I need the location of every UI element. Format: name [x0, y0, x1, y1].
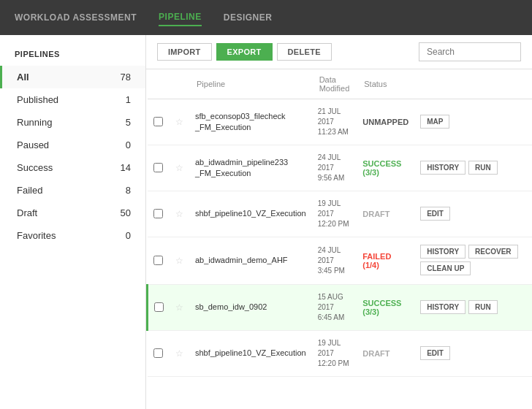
sidebar-label-published: Published	[17, 94, 58, 105]
sidebar-count-all: 78	[121, 72, 131, 83]
sidebar-item-favorites[interactable]: Favorites 0	[0, 224, 145, 247]
pipeline-name-3: ab_idwadmin_demo_AHF	[189, 237, 312, 285]
star-icon-5[interactable]: ☆	[175, 348, 183, 359]
sidebar-item-published[interactable]: Published 1	[0, 88, 145, 111]
col-pipeline: Pipeline	[189, 69, 312, 99]
action-recover-3[interactable]: RECOVER	[468, 245, 517, 259]
col-actions	[414, 69, 525, 99]
sidebar-label-running: Running	[17, 117, 52, 128]
row-checkbox-3[interactable]	[153, 256, 163, 265]
pipeline-actions-5: EDIT	[414, 331, 525, 377]
col-status: Status	[357, 69, 414, 99]
pipeline-date-3: 24 JUL 2017 3:45 PM	[312, 237, 357, 285]
pipeline-name-5: shbf_pipeline10_VZ_Execution	[189, 331, 312, 377]
pipeline-name-4: sb_demo_idw_0902	[189, 285, 312, 331]
top-nav: WORKLOAD ASSESSMENT PIPELINE DESIGNER	[0, 0, 532, 35]
export-button[interactable]: EXPORT	[216, 43, 273, 61]
pipeline-status-2: DRAFT	[357, 191, 414, 237]
toolbar: IMPORT EXPORT DELETE	[146, 35, 532, 69]
pipeline-date-0: 21 JUL 2017 11:23 AM	[312, 99, 357, 145]
sidebar-item-running[interactable]: Running 5	[0, 111, 145, 134]
sidebar-count-published: 1	[126, 94, 131, 105]
delete-button[interactable]: DELETE	[277, 43, 332, 61]
sidebar-count-success: 14	[121, 162, 131, 173]
pipeline-status-1: SUCCESS (3/3)	[357, 145, 414, 191]
table-row: ☆ ab_idwadmin_pipeline233 _FM_Execution …	[148, 145, 533, 191]
action-btn-1-0[interactable]: HISTORY	[420, 161, 466, 175]
sidebar-count-draft: 50	[121, 207, 131, 218]
col-date: Data Modified	[312, 69, 357, 99]
table-row: ☆ sfb_econsop03_filecheck _FM_Execution …	[148, 99, 533, 145]
pipeline-status-5: DRAFT	[357, 331, 414, 377]
sidebar-item-success[interactable]: Success 14	[0, 156, 145, 179]
nav-workload[interactable]: WORKLOAD ASSESSMENT	[15, 9, 137, 26]
nav-pipeline[interactable]: PIPELINE	[159, 9, 202, 26]
sidebar-count-failed: 8	[126, 185, 131, 196]
pipeline-actions-1: HISTORYRUN	[414, 145, 525, 191]
pipeline-actions-0: MAP	[414, 99, 525, 145]
sidebar: PIPELINES All 78 Published 1 Running 5 P…	[0, 35, 146, 409]
action-btn-5-0[interactable]: EDIT	[420, 346, 450, 360]
pipeline-name-0: sfb_econsop03_filecheck _FM_Execution	[189, 99, 312, 145]
content-area: IMPORT EXPORT DELETE Pipeline Data Modif…	[146, 35, 532, 409]
star-icon-4[interactable]: ☆	[175, 302, 183, 313]
sidebar-item-failed[interactable]: Failed 8	[0, 179, 145, 202]
row-checkbox-1[interactable]	[153, 163, 163, 172]
action-btn-4-1[interactable]: RUN	[468, 300, 498, 314]
sidebar-item-all[interactable]: All 78	[0, 66, 145, 88]
row-checkbox-4[interactable]	[154, 302, 164, 312]
table-row: ☆ shbf_pipeline10_VZ_Execution 19 JUL 20…	[148, 191, 533, 237]
pipeline-date-5: 19 JUL 2017 12:20 PM	[312, 331, 357, 377]
table-row: ☆ ab_idwadmin_demo_AHF 24 JUL 2017 3:45 …	[148, 237, 533, 285]
star-icon-1[interactable]: ☆	[175, 163, 183, 173]
sidebar-label-failed: Failed	[17, 185, 42, 196]
star-icon-2[interactable]: ☆	[175, 209, 183, 219]
sidebar-count-running: 5	[126, 117, 131, 128]
action-history-3[interactable]: HISTORY	[420, 245, 466, 259]
action-btn-0-0[interactable]: MAP	[420, 115, 449, 129]
import-button[interactable]: IMPORT	[157, 43, 212, 61]
row-checkbox-0[interactable]	[153, 117, 163, 126]
action-btn-2-0[interactable]: EDIT	[420, 207, 450, 221]
pipeline-status-4: SUCCESS (3/3)	[357, 285, 414, 331]
star-icon-3[interactable]: ☆	[175, 256, 183, 266]
table-row: ☆ shbf_pipeline10_VZ_Execution 19 JUL 20…	[148, 331, 533, 377]
pipeline-name-1: ab_idwadmin_pipeline233 _FM_Execution	[189, 145, 312, 191]
sidebar-count-favorites: 0	[126, 230, 131, 241]
row-checkbox-5[interactable]	[153, 348, 163, 358]
pipeline-table-container: Pipeline Data Modified Status ☆ sfb_econ…	[146, 69, 532, 409]
sidebar-title: PIPELINES	[0, 42, 145, 66]
pipeline-actions-4: HISTORYRUN	[414, 285, 525, 331]
sidebar-label-all: All	[17, 72, 29, 83]
sidebar-label-paused: Paused	[17, 139, 49, 150]
action-cleanup-3[interactable]: CLEAN UP	[420, 261, 471, 275]
sidebar-label-favorites: Favorites	[17, 230, 56, 241]
nav-designer[interactable]: DESIGNER	[224, 9, 273, 26]
pipeline-status-0: UNMAPPED	[357, 99, 414, 145]
row-checkbox-2[interactable]	[153, 209, 163, 218]
sidebar-items: All 78 Published 1 Running 5 Paused 0 Su…	[0, 66, 145, 247]
search-input[interactable]	[419, 42, 521, 61]
star-icon-0[interactable]: ☆	[175, 117, 183, 127]
action-btn-1-1[interactable]: RUN	[468, 161, 498, 175]
table-row: ☆ sb_demo_idw_0902 15 AUG 2017 6:45 AM S…	[148, 285, 533, 331]
pipeline-actions-2: EDIT	[414, 191, 525, 237]
main-layout: PIPELINES All 78 Published 1 Running 5 P…	[0, 35, 532, 409]
sidebar-label-success: Success	[17, 162, 53, 173]
action-btn-4-0[interactable]: HISTORY	[420, 300, 466, 314]
pipeline-name-2: shbf_pipeline10_VZ_Execution	[189, 191, 312, 237]
pipeline-date-2: 19 JUL 2017 12:20 PM	[312, 191, 357, 237]
sidebar-item-draft[interactable]: Draft 50	[0, 202, 145, 224]
sidebar-label-draft: Draft	[17, 207, 37, 218]
pipeline-status-3: FAILED (1/4)	[357, 237, 414, 285]
pipeline-table: Pipeline Data Modified Status ☆ sfb_econ…	[146, 69, 532, 377]
pipeline-date-1: 24 JUL 2017 9:56 AM	[312, 145, 357, 191]
sidebar-item-paused[interactable]: Paused 0	[0, 134, 145, 156]
pipeline-date-4: 15 AUG 2017 6:45 AM	[312, 285, 357, 331]
sidebar-count-paused: 0	[126, 139, 131, 150]
pipeline-actions-3: HISTORY RECOVER CLEAN UP	[414, 237, 525, 285]
